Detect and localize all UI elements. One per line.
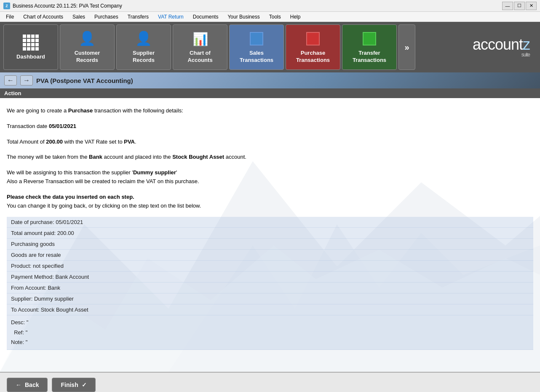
purchase-transactions-icon — [305, 30, 321, 47]
menu-chart-of-accounts[interactable]: Chart of Accounts — [19, 13, 67, 21]
supplier-name: Dummy supplier — [133, 169, 176, 176]
dashboard-icon — [22, 34, 39, 51]
chart-of-accounts-icon: 📊 — [192, 30, 209, 47]
transfer-transactions-label: TransferTransactions — [353, 50, 386, 64]
summary-supplier[interactable]: Supplier: Dummy supplier — [7, 293, 533, 304]
sales-transactions-label: SalesTransactions — [240, 50, 273, 64]
title-bar: Z Business Accountz 20.11.25: PVA Test C… — [0, 0, 540, 12]
content-area: We are going to create a Purchase transa… — [7, 107, 533, 210]
finish-button[interactable]: Finish ✓ — [52, 378, 95, 392]
summary-to-account[interactable]: To Account: Stock Bought Asset — [7, 304, 533, 315]
accountz-logo: accountz suite — [473, 37, 537, 57]
back-button[interactable]: ← Back — [7, 378, 48, 392]
nav-forward-arrow[interactable]: → — [20, 75, 33, 85]
sales-transactions-icon — [248, 30, 265, 47]
summary-amount[interactable]: Total amount paid: 200.00 — [7, 228, 533, 239]
menu-your-business[interactable]: Your Business — [223, 13, 264, 21]
summary-purchasing-goods[interactable]: Purchasing goods — [7, 239, 533, 250]
back-label: Back — [25, 381, 39, 388]
menu-transfers[interactable]: Transfers — [123, 13, 153, 21]
customer-records-button[interactable]: 👤 CustomerRecords — [60, 24, 115, 70]
bank-account: Bank — [89, 154, 102, 160]
supplier-records-label: SupplierRecords — [133, 50, 155, 64]
purchase-transactions-label: PurchaseTransactions — [296, 50, 330, 64]
transaction-date: 05/01/2021 — [49, 123, 76, 129]
supplier-records-icon: 👤 — [135, 30, 152, 47]
customer-records-icon: 👤 — [79, 30, 96, 47]
sales-transactions-button[interactable]: SalesTransactions — [229, 24, 284, 70]
menu-file[interactable]: File — [2, 13, 18, 21]
check-paragraph: Please check the data you inserted on ea… — [7, 193, 533, 211]
menu-vat-return[interactable]: VAT Return — [154, 13, 188, 21]
summary-product[interactable]: Product: not specified — [7, 261, 533, 272]
main-content: We are going to create a Purchase transa… — [0, 98, 540, 372]
summary-section: Date of purchase: 05/01/2021 Total amoun… — [7, 217, 533, 349]
menu-bar: File Chart of Accounts Sales Purchases T… — [0, 12, 540, 22]
destination-account: Stock Bought Asset — [172, 154, 224, 160]
finish-check-icon: ✓ — [82, 381, 87, 388]
customer-records-label: CustomerRecords — [75, 50, 100, 64]
amount-value: 200.00 — [46, 139, 63, 145]
check-bold-text: Please check the data you inserted on ea… — [7, 194, 134, 200]
purchase-bold: Purchase — [68, 107, 93, 114]
nav-title: PVA (Postpone VAT Accounting) — [36, 77, 133, 84]
amount-paragraph: Total Amount of 200.00 with the VAT Rate… — [7, 138, 533, 147]
date-paragraph: Transaction date 05/01/2021 — [7, 122, 533, 131]
menu-sales[interactable]: Sales — [68, 13, 89, 21]
summary-desc-ref-note[interactable]: Desc: " Ref: " Note: " — [7, 315, 533, 349]
menu-help[interactable]: Help — [286, 13, 305, 21]
supplier-paragraph: We will be assigning to this transaction… — [7, 168, 533, 186]
close-button[interactable]: ✕ — [526, 2, 537, 10]
menu-documents[interactable]: Documents — [189, 13, 223, 21]
back-arrow-icon: ← — [16, 381, 21, 388]
purchase-transactions-button[interactable]: PurchaseTransactions — [286, 24, 340, 70]
toolbar: Dashboard 👤 CustomerRecords 👤 SupplierRe… — [0, 22, 540, 72]
money-paragraph: The money will be taken from the Bank ac… — [7, 153, 533, 162]
summary-payment-method[interactable]: Payment Method: Bank Account — [7, 272, 533, 283]
chart-of-accounts-label: Chart ofAccounts — [187, 50, 212, 64]
app-icon: Z — [3, 3, 10, 9]
vat-type: PVA — [124, 139, 135, 145]
dashboard-label: Dashboard — [16, 53, 45, 61]
minimize-button[interactable]: — — [502, 2, 513, 10]
menu-tools[interactable]: Tools — [265, 13, 285, 21]
transfer-transactions-icon — [361, 30, 378, 47]
dashboard-button[interactable]: Dashboard — [3, 24, 58, 70]
supplier-records-button[interactable]: 👤 SupplierRecords — [116, 24, 171, 70]
intro-paragraph: We are going to create a Purchase transa… — [7, 107, 533, 115]
finish-label: Finish — [61, 381, 78, 388]
nav-header: ← → PVA (Postpone VAT Accounting) — [0, 72, 540, 88]
title-bar-text: Business Accountz 20.11.25: PVA Test Com… — [13, 3, 122, 9]
summary-from-account[interactable]: From Account: Bank — [7, 283, 533, 293]
more-button[interactable]: » — [398, 24, 415, 70]
action-label: Action — [4, 90, 21, 96]
nav-back-arrow[interactable]: ← — [4, 75, 17, 85]
summary-resale[interactable]: Goods are for resale — [7, 250, 533, 261]
action-bar: Action — [0, 88, 540, 98]
menu-purchases[interactable]: Purchases — [90, 13, 123, 21]
restore-button[interactable]: ☐ — [514, 2, 525, 10]
footer-bar: ← Back Finish ✓ — [0, 372, 540, 392]
chart-of-accounts-button[interactable]: 📊 Chart ofAccounts — [173, 24, 227, 70]
transfer-transactions-button[interactable]: TransferTransactions — [342, 24, 397, 70]
summary-date[interactable]: Date of purchase: 05/01/2021 — [7, 217, 533, 228]
more-icon: » — [404, 42, 409, 53]
